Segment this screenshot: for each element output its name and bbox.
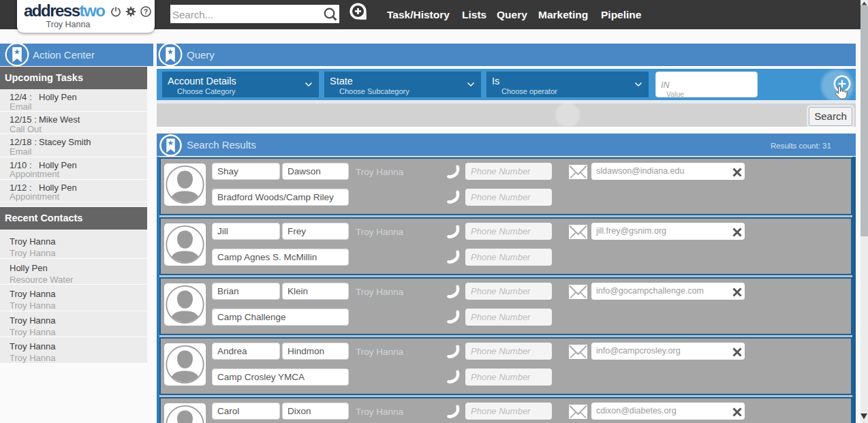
- svg-text:?: ?: [144, 8, 148, 16]
